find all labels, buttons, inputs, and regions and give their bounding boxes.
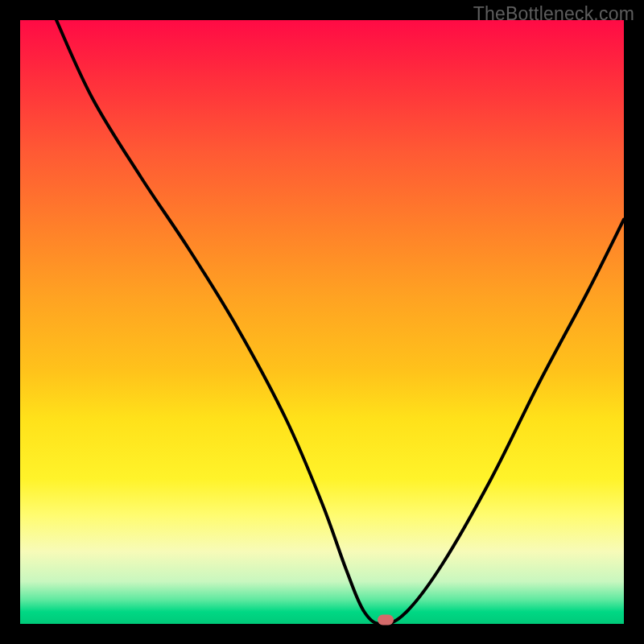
chart-stage: TheBottleneck.com — [0, 0, 644, 644]
plot-area — [20, 20, 624, 624]
bottleneck-curve — [20, 20, 624, 624]
bottleneck-marker — [378, 614, 394, 625]
